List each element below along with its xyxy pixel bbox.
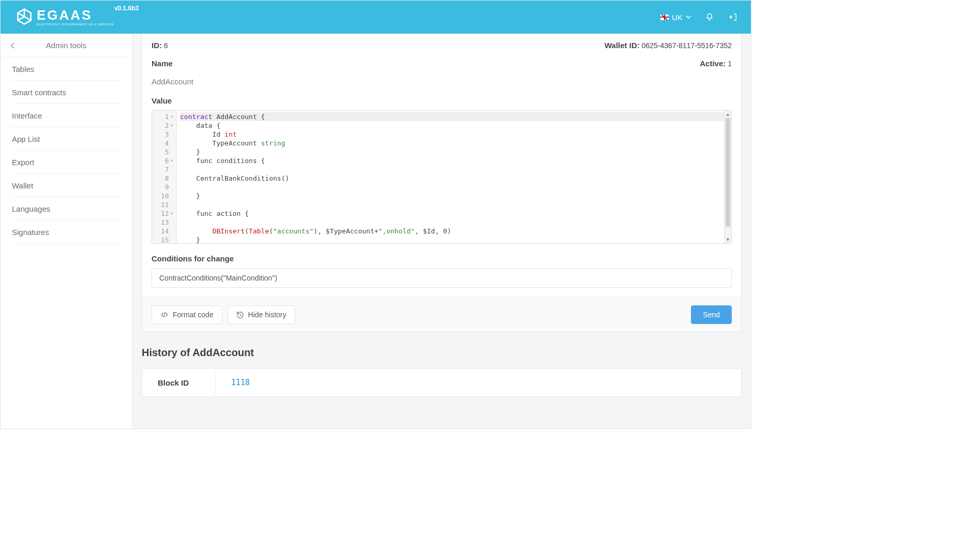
logout-button[interactable] — [728, 12, 738, 22]
wallet-id-label: Wallet ID: — [605, 41, 640, 50]
code-editor[interactable]: 1▾ 2▾ 3 4 5 6▾ 7 8 9 10 11 12▾ 13 1 — [152, 110, 732, 244]
language-selector[interactable]: UK — [660, 13, 691, 22]
version-label: v0.1.6b3 — [114, 5, 139, 12]
history-table: Block ID 1118 — [142, 369, 741, 396]
scroll-up-icon[interactable]: ▲ — [725, 111, 731, 118]
chevron-down-icon — [686, 14, 691, 20]
scroll-down-icon[interactable]: ▼ — [725, 236, 731, 243]
logo-subtitle: ELECTRONIC GOVERNMENT AS A SERVICE — [37, 23, 114, 26]
editor-gutter: 1▾ 2▾ 3 4 5 6▾ 7 8 9 10 11 12▾ 13 1 — [152, 111, 177, 243]
logo-text: EGAAS — [37, 8, 114, 22]
chevron-left-icon — [9, 42, 16, 49]
blockid-link[interactable]: 1118 — [231, 378, 250, 387]
sidebar-item-tables[interactable]: Tables — [12, 57, 120, 81]
active-label: Active: — [700, 59, 726, 68]
history-title: History of AddAccount — [142, 347, 742, 359]
conditions-label: Conditions for change — [152, 254, 732, 263]
format-code-label: Format code — [173, 311, 214, 319]
flag-uk-icon — [660, 14, 669, 20]
id-value: 6 — [164, 41, 168, 50]
history-panel: Block ID 1118 — [142, 368, 742, 397]
active-value: 1 — [728, 60, 732, 68]
conditions-input[interactable] — [152, 268, 732, 288]
scroll-thumb[interactable] — [726, 118, 730, 227]
hide-history-button[interactable]: Hide history — [228, 305, 295, 324]
sidebar-title: Admin tools — [24, 41, 132, 50]
panel-footer: Format code Hide history Send — [142, 297, 741, 332]
sidebar-item-smart-contracts[interactable]: Smart contracts — [12, 81, 120, 104]
id-label: ID: — [152, 41, 162, 50]
sidebar-item-signatures[interactable]: Signatures — [12, 220, 120, 244]
editor-scrollbar[interactable]: ▲ ▼ — [724, 111, 731, 243]
app-header: EGAAS ELECTRONIC GOVERNMENT AS A SERVICE… — [1, 1, 751, 34]
notifications-button[interactable] — [704, 12, 715, 22]
logout-icon — [729, 12, 738, 22]
sidebar-item-export[interactable]: Export — [12, 151, 120, 174]
send-label: Send — [703, 311, 720, 319]
blockid-label: Block ID — [143, 370, 216, 395]
name-label: Name — [152, 59, 173, 68]
wallet-id-value: 0625-4367-8117-5516-7352 — [642, 41, 732, 50]
format-code-button[interactable]: Format code — [152, 305, 222, 324]
history-icon — [236, 311, 244, 319]
logo[interactable]: EGAAS ELECTRONIC GOVERNMENT AS A SERVICE… — [15, 8, 114, 26]
sidebar-item-languages[interactable]: Languages — [12, 197, 120, 220]
editor-code[interactable]: contract AddAccount { data { Id int Type… — [177, 111, 731, 243]
bell-icon — [705, 12, 714, 22]
value-label: Value — [152, 96, 732, 105]
logo-icon — [15, 8, 34, 26]
sidebar-item-interface[interactable]: Interface — [12, 104, 120, 127]
main-content: ID: 6 Wallet ID: 0625-4367-8117-5516-735… — [132, 34, 751, 429]
hide-history-label: Hide history — [248, 311, 287, 319]
language-label: UK — [672, 13, 683, 22]
code-icon — [160, 311, 169, 318]
sidebar-item-app-list[interactable]: App List — [12, 127, 120, 151]
sidebar-back-button[interactable] — [1, 42, 24, 49]
sidebar: Admin tools Tables Smart contracts Inter… — [1, 34, 132, 429]
sidebar-item-wallet[interactable]: Wallet — [12, 174, 120, 197]
send-button[interactable]: Send — [691, 305, 732, 324]
name-value: AddAccount — [152, 77, 732, 86]
